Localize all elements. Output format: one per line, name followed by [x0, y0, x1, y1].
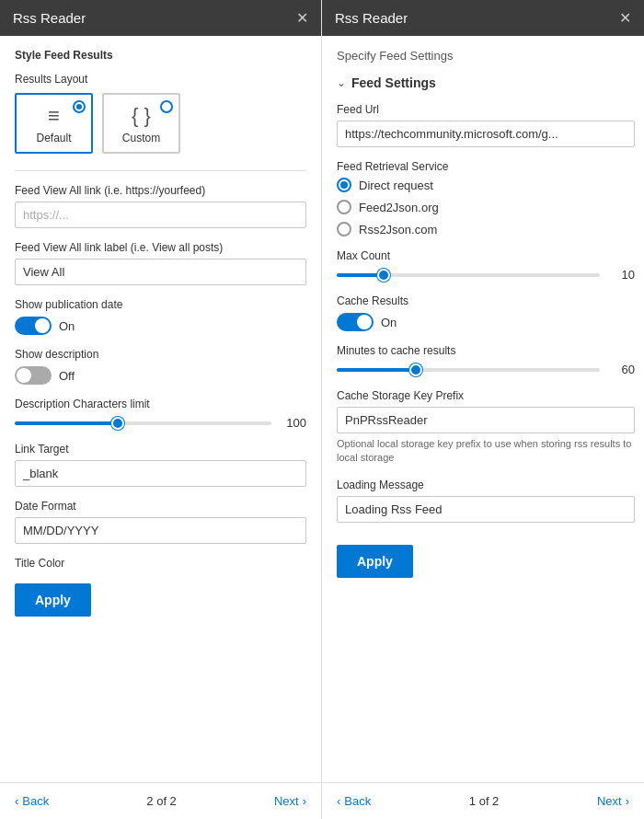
right-panel-content: Specify Feed Settings ⌄ Feed Settings Fe… — [322, 36, 644, 782]
radio-rss2json-label: Rss2Json.com — [359, 223, 437, 236]
right-panel: Rss Reader ✕ Specify Feed Settings ⌄ Fee… — [322, 0, 644, 819]
left-next-label: Next — [274, 794, 299, 808]
left-next-arrow: › — [303, 794, 306, 808]
show-description-label-text: Show description — [15, 348, 306, 361]
radio-rss2json-circle — [337, 222, 351, 236]
left-panel-title: Rss Reader — [13, 10, 86, 26]
show-description-toggle-row: Off — [15, 366, 306, 385]
left-apply-area: Apply — [15, 574, 306, 622]
left-back-arrow: ‹ — [15, 794, 18, 808]
loading-message-input[interactable] — [337, 496, 635, 523]
max-count-slider-container: 10 — [337, 268, 635, 282]
right-next-arrow: › — [626, 794, 629, 808]
divider-1 — [15, 170, 306, 171]
cache-results-text: On — [381, 316, 397, 329]
feed-view-all-label-label: Feed View All link label (i.e. View all … — [15, 241, 306, 254]
feed-url-input[interactable] — [337, 121, 635, 147]
date-format-input[interactable] — [15, 517, 306, 544]
chevron-down-icon: ⌄ — [337, 76, 346, 89]
left-next-button[interactable]: Next › — [274, 790, 306, 812]
minutes-cache-slider-thumb[interactable] — [409, 363, 422, 376]
desc-chars-slider-fill — [15, 421, 118, 425]
show-pub-date-text: On — [59, 319, 75, 333]
left-panel-footer: ‹ Back 2 of 2 Next › — [0, 782, 321, 819]
cache-storage-group: Cache Storage Key Prefix Optional local … — [337, 389, 635, 466]
show-pub-date-label: Show publication date — [15, 298, 144, 311]
left-panel-content: Style Feed Results Results Layout ≡ Defa… — [0, 36, 321, 782]
feed-view-all-link-group: Feed View All link (i.e. https://yourfee… — [15, 184, 306, 228]
right-close-button[interactable]: ✕ — [619, 9, 631, 27]
layout-option-default[interactable]: ≡ Default — [15, 93, 93, 154]
right-page-info: 1 of 2 — [469, 794, 500, 808]
show-description-toggle[interactable] — [15, 366, 52, 385]
radio-feed2json-label: Feed2Json.org — [359, 201, 439, 214]
right-back-label: Back — [344, 794, 371, 808]
show-description-text: Off — [59, 369, 75, 383]
layout-options: ≡ Default { } Custom — [15, 93, 306, 154]
show-pub-date-toggle[interactable] — [15, 317, 52, 335]
right-apply-button[interactable]: Apply — [337, 545, 413, 578]
left-back-button[interactable]: ‹ Back — [15, 790, 49, 812]
radio-direct-request[interactable]: Direct request — [337, 178, 635, 192]
radio-direct-circle — [337, 178, 351, 192]
cache-storage-input[interactable] — [337, 407, 635, 433]
right-back-arrow: ‹ — [337, 794, 340, 808]
left-page-info: 2 of 2 — [146, 794, 177, 808]
results-layout-group: Results Layout ≡ Default { } Custom — [15, 73, 306, 154]
feed-view-all-link-label: Feed View All link (i.e. https://yourfee… — [15, 184, 306, 197]
feed-settings-title: Feed Settings — [351, 75, 436, 90]
minutes-cache-value: 60 — [609, 363, 635, 376]
feed-url-group: Feed Url — [337, 103, 635, 147]
link-target-input[interactable] — [15, 460, 306, 487]
right-next-label: Next — [597, 794, 622, 808]
right-panel-footer: ‹ Back 1 of 2 Next › — [322, 782, 644, 819]
desc-chars-limit-label: Description Characters limit — [15, 398, 306, 410]
left-close-button[interactable]: ✕ — [296, 9, 308, 27]
loading-message-group: Loading Message — [337, 479, 635, 523]
left-panel: Rss Reader ✕ Style Feed Results Results … — [0, 0, 322, 819]
link-target-label: Link Target — [15, 443, 306, 456]
results-layout-label: Results Layout — [15, 73, 306, 86]
max-count-label: Max Count — [337, 249, 635, 262]
radio-feed2json-circle — [337, 200, 351, 214]
feed-url-label: Feed Url — [337, 103, 635, 116]
left-apply-button[interactable]: Apply — [15, 583, 91, 617]
show-description-thumb — [17, 368, 31, 383]
right-next-button[interactable]: Next › — [597, 790, 629, 812]
date-format-group: Date Format — [15, 500, 306, 544]
custom-layout-icon: { } — [132, 104, 151, 128]
feed-settings-header[interactable]: ⌄ Feed Settings — [337, 75, 635, 90]
max-count-slider-track[interactable] — [337, 273, 600, 277]
default-layout-icon: ≡ — [48, 104, 60, 128]
retrieval-radio-group: Direct request Feed2Json.org Rss2Json.co… — [337, 178, 635, 236]
feed-view-all-link-input[interactable] — [15, 202, 306, 228]
desc-chars-slider-thumb[interactable] — [111, 417, 124, 430]
cache-storage-label: Cache Storage Key Prefix — [337, 389, 635, 402]
right-panel-title: Rss Reader — [335, 10, 408, 26]
right-title-bar: Rss Reader ✕ — [322, 0, 644, 36]
minutes-cache-label: Minutes to cache results — [337, 344, 635, 357]
desc-chars-value: 100 — [281, 416, 306, 430]
show-pub-date-thumb — [35, 318, 50, 333]
title-color-label: Title Color — [15, 557, 306, 570]
cache-results-toggle[interactable] — [337, 313, 374, 331]
feed-retrieval-group: Feed Retrieval Service Direct request Fe… — [337, 160, 635, 236]
max-count-value: 10 — [609, 268, 635, 282]
show-pub-date-toggle-row: On — [15, 317, 306, 335]
radio-feed2json[interactable]: Feed2Json.org — [337, 200, 635, 214]
layout-option-custom[interactable]: { } Custom — [102, 93, 180, 154]
custom-layout-label: Custom — [122, 132, 160, 144]
right-back-button[interactable]: ‹ Back — [337, 790, 371, 812]
cache-storage-helper: Optional local storage key prefix to use… — [337, 437, 635, 466]
minutes-cache-slider-fill — [337, 368, 416, 372]
radio-rss2json[interactable]: Rss2Json.com — [337, 222, 635, 236]
loading-message-label: Loading Message — [337, 479, 635, 491]
desc-chars-slider-track[interactable] — [15, 421, 271, 425]
right-apply-area: Apply — [337, 536, 635, 583]
max-count-row: Max Count 10 — [337, 249, 635, 282]
minutes-cache-slider-track[interactable] — [337, 368, 600, 372]
max-count-slider-thumb[interactable] — [377, 269, 390, 282]
feed-view-all-label-input[interactable] — [15, 259, 306, 285]
default-radio-dot — [73, 100, 86, 113]
minutes-cache-slider-container: 60 — [337, 363, 635, 376]
